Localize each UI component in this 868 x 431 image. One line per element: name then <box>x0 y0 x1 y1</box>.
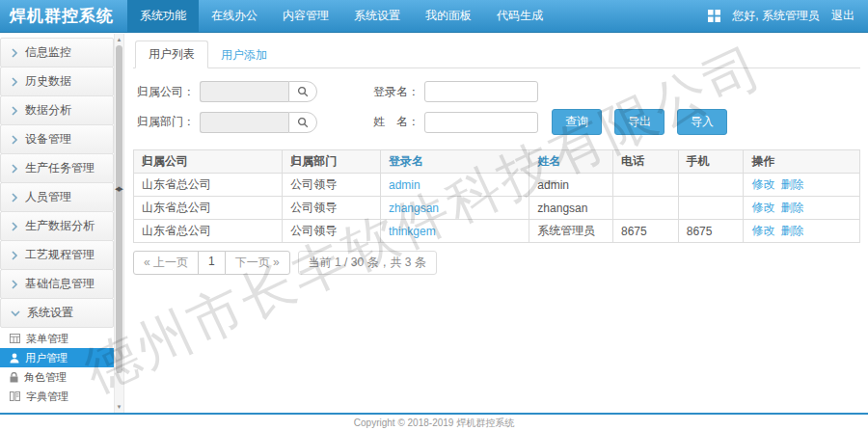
cell-company: 山东省总公司 <box>134 220 283 243</box>
cell-name: 系统管理员 <box>529 220 613 243</box>
col-mobile: 手机 <box>678 150 744 174</box>
sidebar-scrollbar[interactable]: ▲ ▼ <box>114 34 124 413</box>
cell-company: 山东省总公司 <box>134 197 283 220</box>
scroll-down-icon[interactable]: ▼ <box>115 403 123 411</box>
table-row: 山东省总公司 公司领导 zhangsan zhangsan 修改删除 <box>134 197 860 220</box>
user-table: 归属公司 归属部门 登录名 姓名 电话 手机 操作 山东省总公司 公司领导 ad… <box>133 149 860 243</box>
col-phone: 电话 <box>612 150 678 174</box>
sidebar-item-label: 基础信息管理 <box>25 276 95 292</box>
name-input[interactable] <box>424 112 538 133</box>
cell-department: 公司领导 <box>283 174 381 197</box>
chevron-right-icon <box>11 280 18 289</box>
nav-item-online-office[interactable]: 在线办公 <box>199 0 270 32</box>
sidebar-item-info-monitor[interactable]: 信息监控 <box>0 38 114 67</box>
copyright-text: Copyright © 2018-2019 焊机群控系统 <box>354 418 514 428</box>
department-label: 归属部门： <box>133 114 195 130</box>
export-button[interactable]: 导出 <box>614 109 665 135</box>
login-input[interactable] <box>424 81 538 102</box>
cell-company: 山东省总公司 <box>134 174 283 197</box>
edit-link[interactable]: 修改 <box>751 177 774 191</box>
search-form: 归属公司： 登录名： 归属部门： 姓 名： 查询 <box>125 68 868 148</box>
sidebar-item-role-mgmt[interactable]: 角色管理 <box>0 367 114 387</box>
table-header-row: 归属公司 归属部门 登录名 姓名 电话 手机 操作 <box>134 150 860 174</box>
sidebar-item-equipment-mgmt[interactable]: 设备管理 <box>0 124 114 154</box>
chevron-right-icon <box>11 222 18 231</box>
sidebar: 信息监控 历史数据 数据分析 设备管理 生产任务管理 人员管理 生产数据分析 工… <box>0 34 114 413</box>
edit-link[interactable]: 修改 <box>751 201 774 214</box>
sidebar-item-label: 历史数据 <box>25 73 71 90</box>
cell-mobile: 8675 <box>678 220 744 243</box>
sidebar-item-personnel-mgmt[interactable]: 人员管理 <box>0 182 114 212</box>
chevron-right-icon <box>11 164 18 174</box>
cell-login-link[interactable]: zhangsan <box>381 197 529 220</box>
pagination: « 上一页 1 下一页 » 当前 1 / 30 条，共 3 条 <box>133 251 860 275</box>
sidebar-item-production-data-analysis[interactable]: 生产数据分析 <box>0 211 114 241</box>
table-row: 山东省总公司 公司领导 admin admin 修改删除 <box>134 174 860 197</box>
sidebar-item-label: 用户管理 <box>25 351 68 365</box>
import-button[interactable]: 导入 <box>677 109 727 135</box>
edit-link[interactable]: 修改 <box>751 224 774 237</box>
cell-name: admin <box>529 174 613 197</box>
panel-resize-handle[interactable]: ◀▶ <box>115 185 122 193</box>
company-label: 归属公司： <box>133 84 195 100</box>
col-company: 归属公司 <box>134 150 283 174</box>
chevron-right-icon <box>11 135 18 145</box>
nav-item-code-gen[interactable]: 代码生成 <box>484 0 556 32</box>
sidebar-item-history-data[interactable]: 历史数据 <box>0 67 114 96</box>
sidebar-item-production-task-mgmt[interactable]: 生产任务管理 <box>0 153 114 183</box>
nav-item-content-mgmt[interactable]: 内容管理 <box>270 0 341 32</box>
page-number[interactable]: 1 <box>198 251 226 275</box>
user-icon <box>10 353 19 364</box>
delete-link[interactable]: 删除 <box>780 201 803 214</box>
scroll-up-icon[interactable]: ▲ <box>115 36 123 43</box>
next-page-button[interactable]: 下一页 » <box>225 251 290 275</box>
sidebar-item-system-settings[interactable]: 系统设置 <box>0 298 114 328</box>
col-actions: 操作 <box>744 150 860 174</box>
nav-item-my-panel[interactable]: 我的面板 <box>413 0 484 32</box>
sidebar-item-menu-mgmt[interactable]: 菜单管理 <box>0 329 114 348</box>
scrollbar-thumb[interactable] <box>116 45 122 373</box>
table-icon <box>10 334 20 343</box>
login-label: 登录名： <box>358 84 420 100</box>
nav-item-system-functions[interactable]: 系统功能 <box>127 0 199 32</box>
chevron-right-icon <box>11 77 18 87</box>
nav-item-system-settings[interactable]: 系统设置 <box>341 0 413 32</box>
cell-login-link[interactable]: thinkgem <box>381 220 529 243</box>
company-search-button[interactable] <box>288 81 317 102</box>
tab-bar: 用户列表 用户添加 <box>133 40 860 68</box>
search-icon <box>297 86 309 97</box>
tab-user-add[interactable]: 用户添加 <box>208 42 280 68</box>
sidebar-item-user-mgmt[interactable]: 用户管理 <box>0 348 114 367</box>
search-icon <box>297 117 309 128</box>
top-bar: 焊机群控系统 系统功能 在线办公 内容管理 系统设置 我的面板 代码生成 您好,… <box>0 0 868 33</box>
cell-phone <box>612 174 678 197</box>
sidebar-item-data-analysis[interactable]: 数据分析 <box>0 95 114 125</box>
query-button[interactable]: 查询 <box>552 109 602 135</box>
department-input[interactable] <box>200 112 288 133</box>
cell-phone: 8675 <box>612 220 678 243</box>
sidebar-item-dictionary-mgmt[interactable]: 字典管理 <box>0 387 114 406</box>
cell-department: 公司领导 <box>283 220 381 243</box>
prev-page-button[interactable]: « 上一页 <box>133 251 199 275</box>
grid-icon[interactable] <box>708 10 720 22</box>
chevron-right-icon <box>11 106 18 116</box>
top-nav: 系统功能 在线办公 内容管理 系统设置 我的面板 代码生成 <box>127 0 556 32</box>
department-search-button[interactable] <box>288 112 317 133</box>
col-name[interactable]: 姓名 <box>529 150 613 174</box>
sidebar-item-label: 工艺规程管理 <box>25 247 95 263</box>
chevron-right-icon <box>11 48 18 58</box>
company-input[interactable] <box>200 81 288 102</box>
logout-link[interactable]: 退出 <box>831 8 854 24</box>
cell-login-link[interactable]: admin <box>381 174 529 197</box>
delete-link[interactable]: 删除 <box>780 177 803 191</box>
tab-user-list[interactable]: 用户列表 <box>135 40 208 68</box>
sidebar-item-basic-info-mgmt[interactable]: 基础信息管理 <box>0 269 114 299</box>
col-login[interactable]: 登录名 <box>381 150 529 174</box>
sidebar-item-process-spec-mgmt[interactable]: 工艺规程管理 <box>0 240 114 270</box>
chevron-down-icon <box>11 310 20 317</box>
sidebar-item-label: 信息监控 <box>25 44 71 61</box>
delete-link[interactable]: 删除 <box>780 224 803 237</box>
book-icon <box>10 391 20 401</box>
cell-mobile <box>678 174 744 197</box>
sidebar-item-label: 角色管理 <box>24 370 67 385</box>
